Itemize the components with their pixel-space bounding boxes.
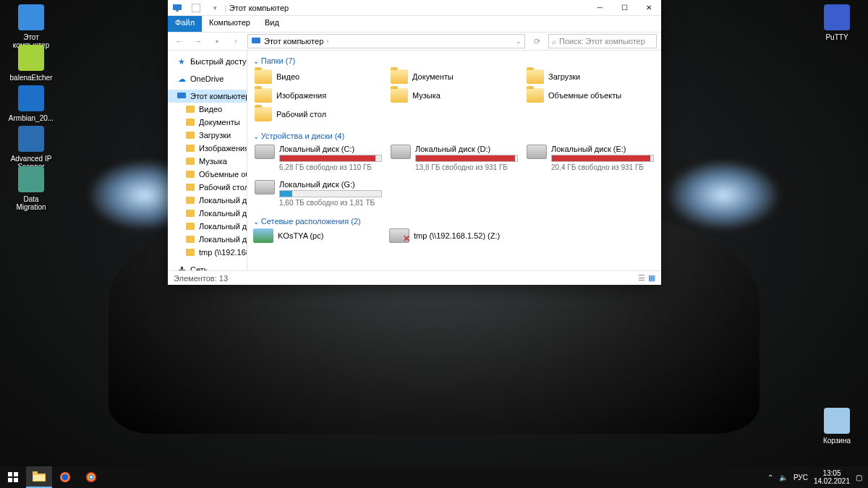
taskbar-chrome[interactable] (78, 466, 104, 488)
desktop-icon-armbian[interactable]: Armbian_20... (6, 85, 56, 122)
tray-up-icon[interactable]: ⌃ (767, 474, 773, 481)
folder-item[interactable]: Документы (389, 68, 519, 85)
network-location[interactable]: ✕tmp (\\192.168.1.52) (Z:) (389, 228, 519, 243)
tab-view[interactable]: Вид (258, 16, 286, 32)
folder-icon (527, 69, 544, 84)
nav-sub-item[interactable]: Документы (168, 116, 247, 129)
folder-icon (185, 156, 195, 166)
drive-item[interactable]: Локальный диск (D:)13,8 ГБ свободно из 9… (389, 143, 519, 173)
breadcrumb[interactable]: Этот компьютер (264, 37, 323, 46)
drive-item[interactable]: Локальный диск (C:)6,28 ГБ свободно из 1… (253, 143, 383, 173)
nav-quick-access[interactable]: ★Быстрый доступ (168, 55, 247, 68)
addr-dropdown-icon[interactable]: ⌄ (516, 38, 522, 45)
nav-recent-button[interactable]: ▾ (210, 34, 224, 48)
svg-rect-14 (186, 223, 195, 230)
svg-rect-22 (33, 471, 38, 474)
nav-back-button[interactable]: ← (172, 34, 187, 48)
folder-icon (255, 88, 272, 103)
nav-sub-item[interactable]: Изображения (168, 142, 247, 155)
svg-rect-23 (33, 475, 45, 481)
tab-file[interactable]: Файл (168, 16, 202, 32)
maximize-button[interactable]: ☐ (612, 0, 637, 16)
folder-icon (185, 221, 195, 231)
nav-onedrive[interactable]: ☁OneDrive (168, 72, 247, 85)
folder-icon (185, 143, 195, 153)
close-button[interactable]: ✕ (637, 0, 661, 16)
taskbar: ⌃ 🔈 РУС 13:05 14.02.2021 ▢ (0, 466, 868, 488)
taskbar-firefox[interactable] (52, 466, 78, 488)
ipscanner-icon (18, 126, 44, 152)
taskbar-explorer[interactable] (26, 466, 52, 488)
nav-sub-item[interactable]: Локальный диск (C:) (168, 194, 247, 207)
folder-item[interactable]: Загрузки (525, 68, 655, 85)
nav-sub-item[interactable]: Музыка (168, 155, 247, 168)
start-button[interactable] (0, 466, 26, 488)
nav-sub-item[interactable]: Локальный диск (E:) (168, 220, 247, 233)
desktop-icon-this-pc[interactable]: Этоткомпьютер (6, 4, 56, 49)
desktop-icon-datamig[interactable]: DataMigration (6, 166, 56, 211)
capacity-bar (415, 155, 518, 162)
view-tiles-icon[interactable]: ▦ (648, 273, 655, 283)
nav-up-button[interactable]: ↑ (229, 34, 243, 48)
folder-item[interactable]: Объемные объекты (525, 87, 655, 104)
folder-item[interactable]: Музыка (389, 87, 519, 104)
nav-sub-item[interactable]: Видео (168, 103, 247, 116)
group-folders-header[interactable]: Папки (7) (253, 53, 655, 68)
drive-item[interactable]: Локальный диск (G:)1,60 ТБ свободно из 1… (253, 179, 383, 208)
titlebar[interactable]: ▾ | Этот компьютер ─ ☐ ✕ (168, 0, 661, 16)
desktop-icon-recycle[interactable]: Корзина (812, 408, 862, 445)
qat-dropdown-icon[interactable]: ▾ (208, 1, 221, 14)
tray-clock[interactable]: 13:05 14.02.2021 (814, 469, 850, 485)
desktop-icon-balena[interactable]: balenaEtcher (6, 45, 56, 82)
network-location[interactable]: KOsTYA (pc) (253, 228, 383, 243)
recycle-icon (824, 408, 850, 434)
address-bar[interactable]: Этот компьютер › ⌄ (247, 34, 525, 48)
folder-icon (527, 88, 544, 103)
drive-icon (255, 180, 275, 194)
folder-item[interactable]: Изображения (253, 87, 383, 104)
nav-sub-item[interactable]: tmp (\\192.168.1.52) (168, 246, 247, 259)
armbian-icon (18, 85, 44, 111)
view-details-icon[interactable]: ☰ (638, 273, 645, 283)
putty-icon (824, 4, 850, 30)
datamig-icon (18, 166, 44, 192)
folder-icon (185, 104, 195, 114)
nav-sub-item[interactable]: Загрузки (168, 129, 247, 142)
nav-network[interactable]: 🖧Сеть (168, 263, 247, 270)
folder-item[interactable]: Рабочий стол (253, 106, 383, 123)
balena-icon (18, 45, 44, 71)
svg-rect-1 (176, 10, 179, 12)
refresh-button[interactable]: ⟳ (529, 34, 544, 48)
drive-item[interactable]: Локальный диск (E:)20,4 ГБ свободно из 9… (525, 143, 655, 173)
nav-sub-item[interactable]: Объемные объекты (168, 168, 247, 181)
svg-rect-16 (186, 249, 195, 256)
minimize-button[interactable]: ─ (587, 0, 612, 16)
group-drives-header[interactable]: Устройства и диски (4) (253, 129, 655, 143)
tray-language[interactable]: РУС (793, 474, 808, 481)
svg-point-25 (62, 474, 68, 480)
drive-icon (391, 145, 411, 159)
nav-sub-item[interactable]: Локальный диск (G:) (168, 233, 247, 246)
network-drive-icon: ✕ (389, 228, 409, 243)
nav-forward-button[interactable]: → (191, 34, 205, 48)
svg-rect-12 (186, 197, 195, 204)
desktop-icon-putty[interactable]: PuTTY (812, 4, 862, 41)
desktop-icon-ipscanner[interactable]: Advanced IPScanner (6, 126, 56, 171)
svg-rect-7 (186, 132, 195, 139)
folder-icon (185, 130, 195, 140)
tray-notifications-icon[interactable]: ▢ (856, 474, 862, 481)
nav-sub-item[interactable]: Локальный диск (D:) (168, 207, 247, 220)
search-input[interactable]: ⌕ Поиск: Этот компьютер (548, 34, 657, 48)
folder-icon (185, 117, 195, 127)
nav-this-pc[interactable]: Этот компьютер (168, 90, 247, 103)
svg-rect-18 (14, 472, 18, 476)
nav-sub-item[interactable]: Рабочий стол (168, 181, 247, 194)
group-network-header[interactable]: Сетевые расположения (2) (253, 214, 655, 228)
qat-save-icon[interactable] (190, 1, 203, 14)
folder-item[interactable]: Видео (253, 68, 383, 85)
folder-icon (185, 247, 195, 257)
tray-volume-icon[interactable]: 🔈 (779, 474, 788, 481)
tab-computer[interactable]: Компьютер (202, 16, 258, 32)
svg-rect-19 (8, 478, 12, 482)
svg-rect-4 (177, 93, 186, 98)
